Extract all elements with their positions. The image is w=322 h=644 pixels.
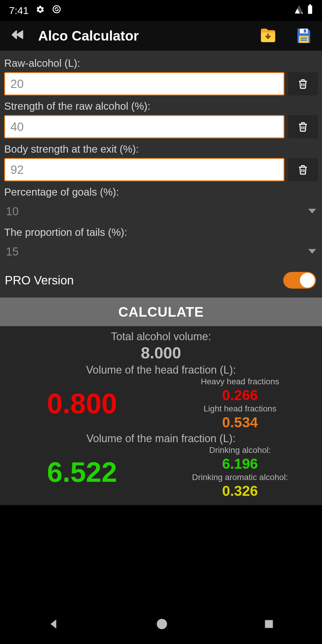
settings-gear-icon <box>36 5 45 16</box>
signal-icon: x <box>294 4 304 17</box>
drinking-alcohol-value: 6.196 <box>222 456 258 472</box>
clear-body-strength-button[interactable] <box>288 158 318 181</box>
raw-alcohol-label: Raw-alcohol (L): <box>4 54 318 72</box>
trash-icon <box>297 120 309 133</box>
pro-version-toggle[interactable] <box>283 272 316 289</box>
svg-text:x: x <box>301 11 303 14</box>
total-alcohol-label: Total alcohol volume: <box>3 330 319 343</box>
body-strength-label: Body strength at the exit (%): <box>4 140 318 158</box>
no-sync-icon <box>52 4 61 16</box>
clear-strength-raw-button[interactable] <box>288 115 318 138</box>
drinking-alcohol-label: Drinking alcohol: <box>209 445 271 455</box>
prop-tails-label: The proportion of tails (%): <box>4 226 318 241</box>
open-folder-icon[interactable] <box>258 26 278 46</box>
status-bar: 7:41 x <box>0 0 322 21</box>
prop-tails-select[interactable]: 15 <box>4 241 318 267</box>
svg-rect-3 <box>309 4 311 5</box>
pro-version-label: PRO Version <box>5 274 74 287</box>
app-title: Alco Calculator <box>38 28 248 44</box>
save-icon[interactable] <box>294 26 314 46</box>
heavy-head-value: 0.266 <box>222 387 258 403</box>
calculate-button[interactable]: CALCULATE <box>0 298 322 326</box>
aromatic-alcohol-value: 0.326 <box>222 483 258 499</box>
aromatic-alcohol-label: Drinking aromatic alcohol: <box>192 473 288 482</box>
light-head-label: Light head fractions <box>204 404 276 414</box>
chevron-down-icon <box>308 208 316 215</box>
svg-rect-6 <box>299 36 309 43</box>
prop-tails-value: 15 <box>6 245 18 258</box>
form-area: Raw-alcohol (L): Strength of the raw alc… <box>0 51 322 298</box>
system-nav-bar <box>0 605 322 644</box>
strength-raw-input[interactable] <box>4 115 284 138</box>
svg-rect-10 <box>265 620 273 628</box>
nav-recent-icon[interactable] <box>263 618 275 631</box>
svg-point-0 <box>53 6 60 13</box>
results-panel: Total alcohol volume: 8.000 Volume of th… <box>0 326 322 505</box>
main-fraction-value: 6.522 <box>3 456 161 488</box>
chevron-down-icon <box>308 249 316 255</box>
light-head-value: 0.534 <box>222 414 258 431</box>
pct-goals-select[interactable]: 10 <box>4 201 318 226</box>
strength-raw-label: Strength of the raw alcohol (%): <box>4 97 318 115</box>
nav-home-icon[interactable] <box>155 617 169 632</box>
svg-rect-2 <box>308 5 312 14</box>
main-fraction-label: Volume of the main fraction (L): <box>3 432 319 445</box>
svg-point-9 <box>157 619 167 629</box>
pct-goals-label: Percentage of goals (%): <box>4 183 318 201</box>
head-fraction-label: Volume of the head fraction (L): <box>3 364 319 376</box>
body-strength-input[interactable] <box>4 158 284 181</box>
app-bar: Alco Calculator <box>0 21 322 51</box>
back-icon[interactable] <box>8 26 28 46</box>
total-alcohol-value: 8.000 <box>3 343 319 362</box>
toggle-knob <box>300 273 315 288</box>
heavy-head-label: Heavy head fractions <box>201 377 279 386</box>
svg-rect-5 <box>304 30 306 33</box>
clear-raw-alcohol-button[interactable] <box>288 72 318 95</box>
trash-icon <box>297 77 309 90</box>
head-fraction-value: 0.800 <box>3 388 161 420</box>
nav-back-icon[interactable] <box>47 617 61 632</box>
battery-icon <box>307 4 313 17</box>
pct-goals-value: 10 <box>6 205 18 218</box>
trash-icon <box>297 163 309 176</box>
status-time: 7:41 <box>9 5 29 16</box>
raw-alcohol-input[interactable] <box>4 72 284 95</box>
